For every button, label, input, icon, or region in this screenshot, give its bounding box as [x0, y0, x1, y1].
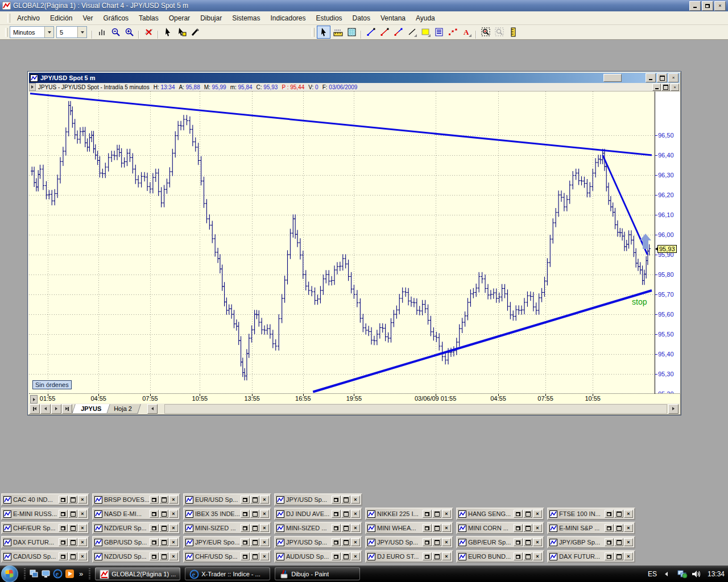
maximize-button[interactable]	[341, 496, 350, 504]
hscroll-left-button[interactable]	[147, 404, 158, 414]
maximize-button[interactable]	[614, 524, 623, 532]
sheet-tab-hoja-2[interactable]: Hoja 2	[105, 404, 140, 414]
close-button[interactable]: ×	[624, 524, 633, 532]
restore-button[interactable]	[702, 1, 713, 11]
minimized-window[interactable]: CHF/EUR Sp...×	[1, 522, 89, 534]
close-button[interactable]: ×	[78, 524, 87, 532]
maximize-button[interactable]	[614, 552, 623, 560]
maximize-button[interactable]	[159, 538, 168, 546]
menu-item-edicion[interactable]: Edición	[45, 13, 77, 24]
minimized-window[interactable]: MINI CORN ...×	[456, 522, 544, 534]
trendline-black-icon[interactable]	[406, 26, 418, 38]
media-player-icon[interactable]	[65, 569, 75, 579]
restore-button[interactable]	[150, 510, 159, 518]
maximize-button[interactable]	[614, 538, 623, 546]
menu-item-operar[interactable]: Operar	[164, 13, 195, 24]
close-button[interactable]: ×	[624, 538, 633, 546]
restore-button[interactable]	[59, 538, 68, 546]
internet-explorer-icon[interactable]: e	[53, 569, 63, 579]
restore-button[interactable]	[150, 524, 159, 532]
restore-button[interactable]	[332, 552, 341, 560]
close-button[interactable]: ×	[169, 510, 178, 518]
notes-icon[interactable]	[433, 26, 445, 38]
minimized-window[interactable]: E-MINI RUSS...×	[1, 508, 89, 520]
close-button[interactable]: ×	[442, 524, 451, 532]
maximize-button[interactable]	[432, 538, 441, 546]
menu-item-graficos[interactable]: Gráficos	[98, 13, 134, 24]
minimized-window[interactable]: GBP/EUR Sp...×	[456, 536, 544, 548]
close-button[interactable]: ×	[78, 496, 87, 504]
close-button[interactable]: ×	[78, 538, 87, 546]
task-button[interactable]: eX-Trader :: Indice - ...	[185, 567, 270, 580]
maximize-button[interactable]	[68, 496, 77, 504]
minimized-window[interactable]: AUD/USD Sp...×	[274, 550, 362, 563]
points-icon[interactable]	[446, 26, 459, 38]
minimized-window[interactable]: NIKKEI 225 I...×	[365, 508, 453, 520]
maximize-button[interactable]	[250, 524, 259, 532]
restore-button[interactable]	[605, 552, 614, 560]
prev-sheet-button[interactable]	[40, 404, 51, 414]
chart-type-icon[interactable]	[96, 26, 108, 38]
maximize-button[interactable]	[159, 510, 168, 518]
select-arrow-icon[interactable]	[317, 26, 330, 39]
restore-button[interactable]	[59, 496, 68, 504]
maximize-button[interactable]	[159, 552, 168, 560]
trendline-red-icon[interactable]	[378, 26, 391, 38]
chevron-down-icon[interactable]	[77, 27, 86, 38]
close-button[interactable]: ×	[533, 524, 542, 532]
close-button[interactable]: ×	[714, 1, 726, 11]
restore-button[interactable]	[605, 524, 614, 532]
network-icon[interactable]	[677, 569, 688, 579]
zoom-reset-icon[interactable]	[493, 26, 506, 38]
maximize-button[interactable]	[523, 510, 532, 518]
no-orders-badge[interactable]: Sin órdenes	[32, 380, 72, 389]
delete-study-icon[interactable]	[142, 26, 155, 38]
close-button[interactable]: ×	[169, 552, 178, 560]
close-button[interactable]: ×	[78, 552, 87, 560]
rectangle-icon[interactable]	[419, 26, 432, 38]
cursor-icon[interactable]	[162, 26, 174, 38]
restore-button[interactable]	[332, 510, 341, 518]
trendline-mixed-icon[interactable]	[392, 26, 404, 38]
chart-window[interactable]: JPY/USD Spot 5 m × JPYUS - JPY/USD Spot …	[27, 71, 681, 415]
restore-button[interactable]	[241, 538, 250, 546]
minimized-window[interactable]: MINI WHEA...×	[365, 522, 453, 534]
maximize-button[interactable]	[432, 552, 441, 560]
restore-button[interactable]	[605, 510, 614, 518]
close-button[interactable]: ×	[351, 538, 360, 546]
sheet-tab-jpyus[interactable]: JPYUS	[72, 404, 110, 414]
maximize-button[interactable]	[68, 538, 77, 546]
close-button[interactable]: ×	[442, 552, 451, 560]
close-button[interactable]: ×	[351, 496, 360, 504]
hscroll-track[interactable]	[164, 404, 667, 414]
compression-combo[interactable]: 5	[56, 26, 87, 38]
close-button[interactable]: ×	[533, 538, 542, 546]
maximize-button[interactable]	[250, 510, 259, 518]
close-button[interactable]: ×	[169, 538, 178, 546]
restore-button[interactable]	[59, 524, 68, 532]
restore-button[interactable]	[150, 552, 159, 560]
brush-icon[interactable]	[189, 26, 201, 38]
close-button[interactable]: ×	[624, 510, 633, 518]
price-axis[interactable]: 96,5096,4096,3096,2096,1096,0095,9095,80…	[655, 92, 680, 393]
ruler-icon[interactable]	[332, 26, 344, 38]
close-button[interactable]: ×	[260, 496, 269, 504]
maximize-button[interactable]	[523, 552, 532, 560]
restore-button[interactable]	[59, 552, 68, 560]
restore-button[interactable]	[514, 524, 523, 532]
first-sheet-button[interactable]	[30, 404, 40, 414]
axis-scroll-button[interactable]	[30, 395, 38, 404]
expander-arrow-icon[interactable]	[29, 83, 36, 91]
minimized-window[interactable]: MINI-SIZED ...×	[183, 522, 271, 534]
maximize-button[interactable]	[159, 496, 168, 504]
menu-item-ventana[interactable]: Ventana	[375, 13, 411, 24]
close-button[interactable]: ×	[351, 524, 360, 532]
minimized-window[interactable]: CAC 40 IND...×	[1, 493, 89, 506]
minimized-window[interactable]: E-MINI S&P ...×	[547, 522, 635, 534]
minimized-window[interactable]: JPY/GBP Sp...×	[547, 536, 635, 548]
restore-button[interactable]	[605, 538, 614, 546]
maximize-button[interactable]	[523, 524, 532, 532]
zoom-out-icon[interactable]	[109, 26, 122, 38]
minimized-window[interactable]: DAX FUTUR...×	[547, 550, 635, 563]
menu-item-sistemas[interactable]: Sistemas	[227, 13, 265, 24]
